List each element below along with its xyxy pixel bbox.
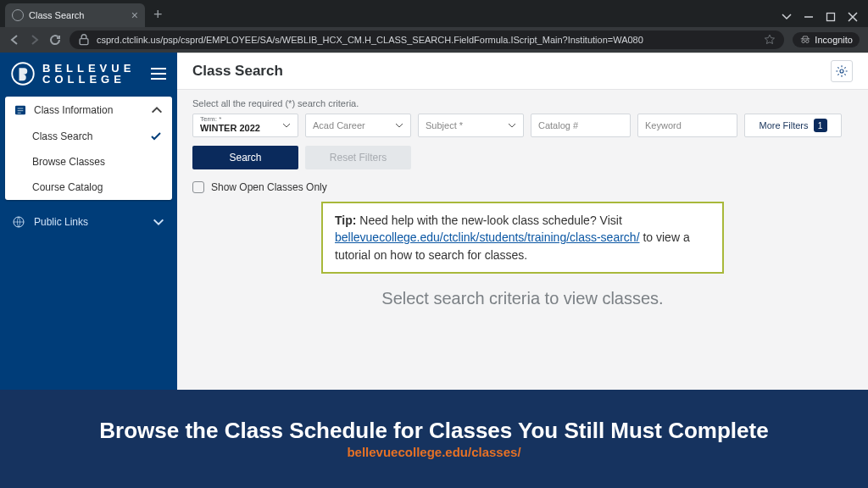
term-select[interactable]: Term: * WINTER 2022 bbox=[192, 114, 298, 137]
brand-logo-icon bbox=[10, 61, 36, 86]
hamburger-icon[interactable] bbox=[150, 67, 167, 80]
criteria-helper: Select all the required (*) search crite… bbox=[192, 98, 853, 108]
brand: BELLEVUE COLLEGE bbox=[0, 53, 177, 95]
chevron-down-icon bbox=[508, 121, 516, 130]
gear-icon bbox=[835, 64, 849, 78]
close-icon[interactable] bbox=[848, 12, 858, 22]
new-tab-button[interactable]: + bbox=[153, 6, 163, 24]
page-header: Class Search bbox=[177, 53, 868, 90]
empty-state-hint: Select search criteria to view classes. bbox=[192, 289, 853, 308]
sidebar-item-browse-classes[interactable]: Browse Classes bbox=[5, 149, 172, 175]
svg-rect-0 bbox=[827, 14, 835, 21]
chevron-down-icon bbox=[152, 215, 165, 229]
browser-toolbar: csprd.ctclink.us/psp/csprd/EMPLOYEE/SA/s… bbox=[0, 27, 868, 53]
list-icon bbox=[14, 103, 27, 117]
svg-rect-1 bbox=[80, 39, 88, 45]
keyword-input[interactable] bbox=[637, 114, 737, 137]
banner-headline: Browse the Class Schedule for Classes Yo… bbox=[99, 419, 768, 444]
globe-icon bbox=[12, 9, 24, 21]
filter-count-badge: 1 bbox=[814, 119, 827, 132]
search-button[interactable]: Search bbox=[192, 146, 298, 169]
chevron-up-icon bbox=[150, 103, 164, 117]
maximize-icon[interactable] bbox=[826, 12, 836, 22]
sidebar-item-class-search[interactable]: Class Search bbox=[5, 124, 172, 149]
subject-select[interactable] bbox=[418, 114, 524, 137]
svg-point-7 bbox=[840, 69, 843, 73]
main-content: Class Search Select all the required (*)… bbox=[177, 53, 868, 390]
sidebar: BELLEVUE COLLEGE Class Information Class… bbox=[0, 53, 177, 390]
brand-line2: COLLEGE bbox=[42, 74, 135, 85]
tip-link[interactable]: bellevuecollege.edu/ctclink/students/tra… bbox=[335, 230, 640, 244]
reload-icon[interactable] bbox=[49, 34, 61, 46]
reset-filters-button[interactable]: Reset Filters bbox=[305, 146, 411, 169]
url-text: csprd.ctclink.us/psp/csprd/EMPLOYEE/SA/s… bbox=[97, 35, 643, 45]
chevron-down-icon[interactable] bbox=[782, 12, 792, 22]
tip-callout: Tip: Need help with the new-look class s… bbox=[321, 202, 724, 274]
tab-title: Class Search bbox=[29, 10, 84, 20]
checkbox-icon bbox=[192, 181, 204, 193]
menu-header[interactable]: Class Information bbox=[5, 97, 172, 124]
window-controls bbox=[782, 12, 868, 27]
browser-tab[interactable]: Class Search × bbox=[5, 3, 145, 27]
more-filters-button[interactable]: More Filters 1 bbox=[744, 114, 842, 137]
star-icon[interactable] bbox=[764, 34, 776, 46]
incognito-icon bbox=[799, 34, 811, 46]
sidebar-item-course-catalog[interactable]: Course Catalog bbox=[5, 175, 172, 200]
banner-url: bellevuecollege.edu/classes/ bbox=[347, 445, 520, 459]
promo-banner: Browse the Class Schedule for Classes Yo… bbox=[0, 390, 868, 488]
minimize-icon[interactable] bbox=[804, 12, 814, 22]
address-bar[interactable]: csprd.ctclink.us/psp/csprd/EMPLOYEE/SA/s… bbox=[70, 30, 784, 49]
lock-icon bbox=[78, 34, 90, 46]
open-classes-checkbox[interactable]: Show Open Classes Only bbox=[192, 181, 853, 193]
check-icon bbox=[150, 130, 162, 142]
globe-icon bbox=[12, 215, 25, 229]
svg-rect-5 bbox=[15, 106, 25, 115]
browser-titlebar: Class Search × + bbox=[0, 0, 868, 27]
acad-career-select[interactable] bbox=[305, 114, 411, 137]
chevron-down-icon bbox=[395, 121, 403, 130]
menu-class-information: Class Information Class Search Browse Cl… bbox=[5, 97, 172, 200]
svg-point-2 bbox=[802, 40, 805, 43]
svg-point-3 bbox=[806, 40, 810, 43]
sidebar-public-links[interactable]: Public Links bbox=[0, 207, 177, 237]
forward-icon[interactable] bbox=[29, 34, 41, 46]
incognito-badge: Incognito bbox=[793, 32, 860, 47]
chevron-down-icon bbox=[282, 121, 291, 130]
close-tab-icon[interactable]: × bbox=[131, 8, 138, 22]
catalog-input[interactable] bbox=[531, 114, 631, 137]
back-icon[interactable] bbox=[8, 34, 20, 46]
settings-button[interactable] bbox=[831, 60, 853, 82]
page-title: Class Search bbox=[192, 63, 283, 80]
